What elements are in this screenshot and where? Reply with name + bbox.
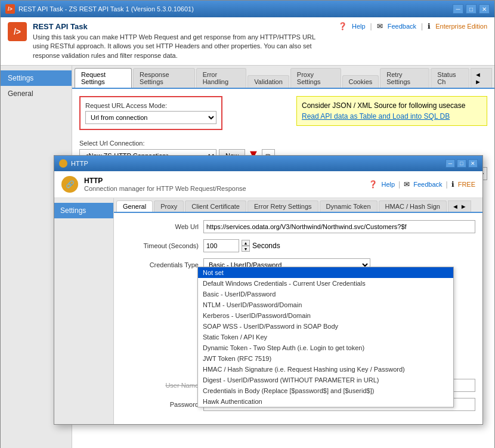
info-box-link[interactable]: Read API data as Table and Load into SQL… (302, 112, 450, 121)
dialog-minimize-button[interactable]: ─ (446, 159, 455, 168)
window-controls: ─ □ ✕ (453, 4, 490, 14)
dialog-content: Settings General Proxy Client Certificat… (54, 198, 482, 424)
tab-request-settings[interactable]: Request Settings (75, 68, 132, 88)
info-box-text: Consider JSON / XML Source for following… (302, 101, 482, 110)
sidebar-item-general[interactable]: General (1, 86, 72, 101)
dialog-maximize-button[interactable]: □ (457, 159, 466, 168)
info-box: Consider JSON / XML Source for following… (296, 96, 487, 126)
tab-cookies[interactable]: Cookies (342, 75, 379, 88)
enterprise-link[interactable]: Enterprise Edition (435, 23, 487, 30)
credentials-type-label: Credentials Type (121, 261, 199, 268)
select-connection-label: Select Url Connection: (79, 140, 487, 147)
cred-option-soap-wss[interactable]: SOAP WSS - UserID/Password in SOAP Body (198, 321, 453, 332)
help-link[interactable]: Help (352, 23, 366, 30)
sidebar-item-settings[interactable]: Settings (1, 70, 72, 86)
header-title: REST API Task (33, 22, 332, 31)
username-label: User Name (121, 382, 199, 389)
credentials-dropdown: Not set Default Windows Credentials - Cu… (197, 267, 454, 407)
tab-retry-settings[interactable]: Retry Settings (380, 68, 429, 88)
tab-validation[interactable]: Validation (248, 75, 289, 88)
dialog-sidebar-settings[interactable]: Settings (54, 203, 113, 218)
dialog-title: HTTP (71, 160, 446, 167)
minimize-button[interactable]: ─ (453, 4, 463, 14)
main-window-title: REST API Task - ZS REST API Task 1 (Vers… (18, 5, 453, 13)
timeout-row: Timeout (Seconds) ▲ ▼ Seconds (121, 239, 475, 252)
header-links: ❓ Help | ✉ Feedback | ℹ Enterprise Editi… (338, 22, 487, 30)
envelope-icon: ✉ (377, 22, 383, 30)
dialog-tab-proxy[interactable]: Proxy (154, 200, 184, 212)
dialog-icon (59, 159, 67, 168)
cred-option-static-token[interactable]: Static Token / API Key (198, 332, 453, 342)
dialog-tabs: General Proxy Client Certificate Error R… (114, 198, 482, 213)
dialog-tab-client-cert[interactable]: Client Certificate (185, 200, 246, 212)
web-url-label: Web Url (121, 223, 199, 230)
cred-option-jwt[interactable]: JWT Token (RFC 7519) (198, 353, 453, 364)
timeout-control: ▲ ▼ Seconds (203, 239, 280, 252)
dialog-tab-dynamic-token[interactable]: Dynamic Token (320, 200, 378, 212)
tab-proxy-settings[interactable]: Proxy Settings (290, 68, 341, 88)
dialog-tab-error-retry[interactable]: Error Retry Settings (248, 200, 318, 212)
cred-option-kerberos[interactable]: Kerberos - UserID/Password/Domain (198, 310, 453, 321)
dialog-header-desc: Connection manager for HTTP Web Request/… (84, 185, 363, 192)
header-desc: Using this task you can make HTTP Web Re… (33, 33, 332, 60)
web-url-input[interactable] (203, 220, 475, 233)
tabs-more-button[interactable]: ◄ ► (471, 68, 492, 88)
info-icon: ℹ (428, 22, 431, 30)
cred-option-credentials-in-body[interactable]: Credentials in Body (Replace [$password$… (198, 385, 453, 396)
main-title-bar: /> REST API Task - ZS REST API Task 1 (V… (1, 1, 494, 17)
header-area: /> REST API Task Using this task you can… (1, 17, 494, 66)
maximize-button[interactable]: □ (466, 4, 477, 14)
url-mode-select-row: Url from connection (85, 111, 216, 124)
dialog-header-icon: 🔗 (61, 176, 78, 193)
dialog-header: 🔗 HTTP Connection manager for HTTP Web R… (54, 171, 482, 198)
dialog-tab-hmac[interactable]: HMAC / Hash Sign (379, 200, 447, 212)
dialog-title-bar: HTTP ─ □ ✕ (54, 156, 482, 171)
main-tabs: Request Settings Response Settings Error… (72, 66, 494, 89)
header-icon: /> (8, 22, 27, 41)
url-mode-section: Request URL Access Mode: Url from connec… (79, 96, 222, 130)
timeout-input[interactable] (203, 239, 239, 252)
password-label: Password (121, 401, 199, 408)
timeout-unit: Seconds (252, 242, 280, 250)
cred-option-basic[interactable]: Basic - UserID/Password (198, 289, 453, 299)
cred-option-not-set[interactable]: Not set (198, 267, 453, 278)
cred-option-dynamic-token[interactable]: Dynamic Token - Two Step Auth (i.e. Logi… (198, 342, 453, 353)
dialog-tab-general[interactable]: General (116, 200, 153, 212)
cred-option-default-windows[interactable]: Default Windows Credentials - Current Us… (198, 278, 453, 289)
cred-option-ntlm[interactable]: NTLM - UserID/Password/Domain (198, 299, 453, 310)
cred-option-hawk[interactable]: Hawk Authentication (198, 396, 453, 407)
dialog-close-button[interactable]: ✕ (468, 159, 478, 168)
dialog-general-panel: Web Url Timeout (Seconds) ▲ ▼ Seconds (114, 213, 482, 424)
dialog-window-controls: ─ □ ✕ (446, 159, 478, 168)
header-info: REST API Task Using this task you can ma… (33, 22, 332, 60)
dialog-header-info: HTTP Connection manager for HTTP Web Req… (84, 177, 363, 192)
http-dialog: HTTP ─ □ ✕ 🔗 HTTP Connection manager for… (54, 155, 483, 425)
dialog-envelope-icon: ✉ (404, 180, 410, 189)
cred-option-digest[interactable]: Digest - UserID/Password (WITHOUT PARAME… (198, 375, 453, 385)
feedback-link[interactable]: Feedback (388, 23, 416, 30)
dialog-help-link[interactable]: Help (381, 181, 395, 188)
url-access-mode-label: Request URL Access Mode: (85, 102, 216, 109)
spin-up-button[interactable]: ▲ (242, 240, 250, 246)
dialog-info-icon: ℹ (451, 180, 454, 189)
web-url-row: Web Url (121, 220, 475, 233)
tab-response-settings[interactable]: Response Settings (133, 68, 195, 88)
dialog-tabs-more[interactable]: ◄ ► (448, 200, 471, 212)
dialog-feedback-link[interactable]: Feedback (413, 181, 442, 188)
close-button[interactable]: ✕ (479, 4, 490, 14)
tab-status-ch[interactable]: Status Ch (431, 68, 469, 88)
dialog-header-links: ❓ Help | ✉ Feedback | ℹ FREE (369, 180, 475, 189)
help-icon: ❓ (338, 22, 347, 30)
dialog-main: General Proxy Client Certificate Error R… (114, 198, 482, 424)
cred-option-hmac[interactable]: HMAC / Hash Signature (i.e. Request Hash… (198, 364, 453, 375)
dialog-free-link[interactable]: FREE (458, 181, 475, 188)
app-icon: /> (5, 4, 15, 14)
timeout-spinner: ▲ ▼ (242, 240, 250, 252)
dialog-help-icon: ❓ (369, 180, 378, 189)
timeout-label: Timeout (Seconds) (121, 242, 199, 249)
dialog-sidebar: Settings (54, 198, 114, 424)
tab-error-handling[interactable]: Error Handling (196, 68, 247, 88)
spin-down-button[interactable]: ▼ (242, 246, 250, 252)
dialog-header-title: HTTP (84, 177, 363, 185)
url-access-mode-select[interactable]: Url from connection (85, 111, 216, 124)
